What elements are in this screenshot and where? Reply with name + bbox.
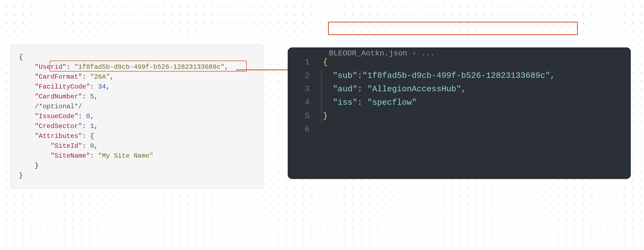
cardnumber-value: 5 [90,93,94,100]
siteid-value: 0 [90,142,94,150]
json-request-panel: { "Userid": "1f8fad5b-d9cb-499f-b526-128… [10,44,263,189]
diagram-canvas: { "Userid": "1f8fad5b-d9cb-499f-b526-128… [0,0,644,250]
highlight-sub [328,22,578,35]
facilitycode-value: 34 [98,83,106,90]
jwt-token-panel: BLEODR_Aotkn.json › ... 1 2 3 4 5 6 { "s… [288,47,631,179]
userid-value: 1f8fad5b-d9cb-499f-b526-12823133689c [78,63,220,71]
sitename-value: My Site Name [102,152,149,160]
aud-value: AllegionAccessHub [372,84,456,94]
line-gutter: 1 2 3 4 5 6 [288,56,315,136]
credsector-value: 1 [90,123,94,130]
iss-value: specflow [372,98,412,107]
sub-value: 1f8fad5b-d9cb-499f-b526-12823133689c [367,71,545,80]
optional-comment: /*optional*/ [35,103,82,110]
cardformat-value: 26A [94,73,106,81]
issuecode-value: 0 [86,113,90,120]
